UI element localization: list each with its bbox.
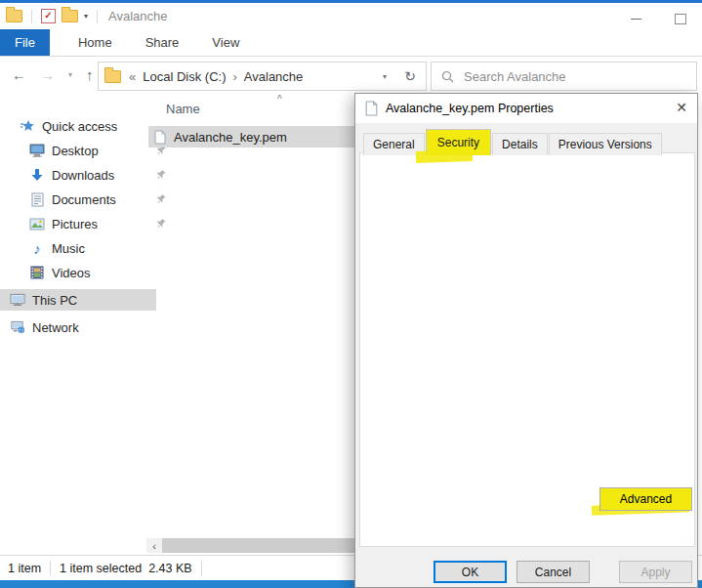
yellow-highlight-annotation xyxy=(416,149,473,163)
sort-ascending-icon[interactable]: ^ xyxy=(277,94,282,105)
file-icon xyxy=(154,130,166,145)
documents-icon xyxy=(29,191,45,207)
selection-size: 2.43 KB xyxy=(148,562,191,575)
pictures-icon xyxy=(29,216,45,231)
sidebar-item-music[interactable]: ♪ Music xyxy=(0,237,176,259)
ok-button[interactable]: OK xyxy=(434,561,507,583)
explorer-app-icon xyxy=(6,10,22,22)
dialog-titlebar: Avalanche_key.pem Properties ✕ xyxy=(355,94,697,123)
quick-access-toolbar: ✓ ▾ xyxy=(0,9,101,23)
network-icon xyxy=(10,319,25,335)
file-name: Avalanche_key.pem xyxy=(174,130,287,145)
pin-icon xyxy=(152,191,170,209)
sidebar-item-downloads[interactable]: Downloads xyxy=(0,164,176,186)
this-pc-icon xyxy=(10,292,25,308)
breadcrumb[interactable]: « Local Disk (C:) › Avalanche ▾ xyxy=(98,62,395,91)
pin-icon xyxy=(152,216,170,233)
ribbon-tab-file[interactable]: File xyxy=(0,29,50,56)
file-icon xyxy=(365,101,378,116)
address-dropdown-caret-icon[interactable]: ▾ xyxy=(383,72,387,81)
horizontal-scrollbar[interactable]: ‹ xyxy=(146,538,354,553)
sidebar-item-pictures[interactable]: Pictures xyxy=(0,213,176,234)
scroll-left-icon[interactable]: ‹ xyxy=(146,540,162,552)
navigation-pane: Quick access Desktop Downloads Documents… xyxy=(0,93,146,537)
ribbon-tab-view[interactable]: View xyxy=(195,29,256,56)
sidebar-item-quick-access[interactable]: Quick access xyxy=(0,115,166,137)
explorer-titlebar: ✓ ▾ Avalanche xyxy=(0,3,702,29)
search-box[interactable] xyxy=(431,62,697,91)
sidebar-item-label: Network xyxy=(32,320,79,335)
refresh-button[interactable]: ↻ xyxy=(394,62,427,91)
sidebar-item-label: Music xyxy=(52,241,85,256)
apply-button: Apply xyxy=(619,561,692,583)
search-icon xyxy=(441,70,454,83)
maximize-icon xyxy=(675,14,686,24)
sidebar-item-label: Videos xyxy=(52,266,91,280)
pin-icon xyxy=(152,167,170,185)
recent-locations-caret-icon[interactable]: ▾ xyxy=(68,70,72,79)
ribbon-tab-share[interactable]: Share xyxy=(129,29,196,56)
advanced-button[interactable]: Advanced xyxy=(599,487,692,511)
sidebar-item-network[interactable]: Network xyxy=(0,316,156,338)
breadcrumb-collapse-chevron[interactable]: « xyxy=(127,69,138,84)
forward-icon[interactable]: → xyxy=(40,66,55,83)
navigation-buttons: ← → ▾ ↑ xyxy=(0,66,96,83)
location-folder-icon xyxy=(104,70,121,83)
tab-details[interactable]: Details xyxy=(492,133,548,155)
up-icon[interactable]: ↑ xyxy=(86,66,94,83)
music-icon: ♪ xyxy=(29,240,45,256)
sidebar-item-label: Quick access xyxy=(42,119,117,134)
maximize-button[interactable] xyxy=(658,6,702,32)
search-input[interactable] xyxy=(462,68,696,85)
scrollbar-thumb[interactable] xyxy=(162,538,354,553)
sidebar-item-label: This PC xyxy=(32,293,77,308)
ribbon-tab-bar: File Home Share View xyxy=(0,29,702,57)
breadcrumb-segment-local-disk[interactable]: Local Disk (C:) xyxy=(138,69,230,84)
item-count: 1 item xyxy=(8,562,41,575)
divider xyxy=(201,561,202,576)
sidebar-item-label: Desktop xyxy=(52,144,99,158)
minimize-icon xyxy=(631,19,641,20)
ribbon-tab-home[interactable]: Home xyxy=(62,29,129,56)
dialog-title: Avalanche_key.pem Properties xyxy=(386,102,554,115)
videos-icon xyxy=(29,265,45,280)
breadcrumb-segment-avalanche[interactable]: Avalanche xyxy=(239,69,308,84)
screen: ✓ ▾ Avalanche File Home Share View ← → ▾… xyxy=(0,0,702,588)
window-controls xyxy=(614,6,702,32)
divider xyxy=(31,10,32,23)
sidebar-item-label: Pictures xyxy=(52,217,98,231)
properties-dialog: Avalanche_key.pem Properties ✕ General S… xyxy=(354,93,698,588)
tab-previous-versions[interactable]: Previous Versions xyxy=(549,133,662,155)
qat-dropdown-caret-icon[interactable]: ▾ xyxy=(84,12,88,21)
column-header-name[interactable]: Name xyxy=(166,102,200,116)
dialog-tab-bar: General Security Details Previous Versio… xyxy=(363,129,663,155)
sidebar-item-videos[interactable]: Videos xyxy=(0,262,176,283)
selection-count: 1 item selected xyxy=(60,562,142,575)
divider xyxy=(97,10,98,23)
sidebar-item-this-pc[interactable]: This PC xyxy=(0,289,156,311)
minimize-button[interactable] xyxy=(614,6,658,32)
sidebar-item-label: Downloads xyxy=(52,168,114,183)
back-icon[interactable]: ← xyxy=(12,66,26,83)
cancel-button[interactable]: Cancel xyxy=(516,561,590,583)
refresh-icon: ↻ xyxy=(404,68,416,84)
breadcrumb-separator[interactable]: › xyxy=(230,69,238,84)
quick-access-star-icon xyxy=(20,118,35,134)
divider xyxy=(50,561,51,576)
downloads-icon xyxy=(29,167,45,183)
file-row-avalanche-key[interactable]: Avalanche_key.pem xyxy=(148,126,354,147)
sidebar-item-label: Documents xyxy=(52,192,116,207)
desktop-icon xyxy=(29,143,45,158)
properties-check-icon[interactable]: ✓ xyxy=(41,9,56,23)
window-title: Avalanche xyxy=(108,9,167,23)
new-folder-icon[interactable] xyxy=(62,10,78,22)
sidebar-item-documents[interactable]: Documents xyxy=(0,189,176,210)
close-icon[interactable]: ✕ xyxy=(676,100,687,115)
